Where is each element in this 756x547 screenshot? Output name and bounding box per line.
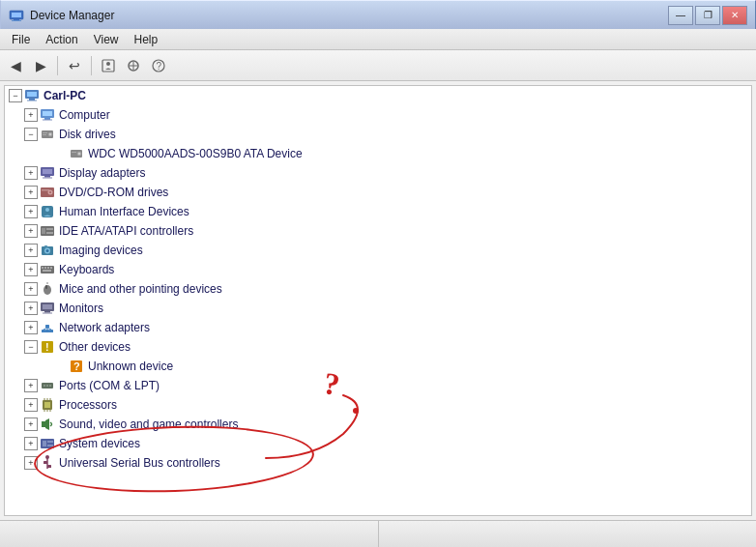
svg-rect-47 — [47, 267, 49, 269]
svg-rect-83 — [47, 441, 53, 443]
network-expand[interactable]: + — [24, 321, 38, 334]
mice-expand[interactable]: + — [24, 282, 38, 296]
back-button[interactable]: ◀ — [4, 54, 27, 77]
tree-item-usb[interactable]: + Universal Serial Bus controllers — [5, 453, 751, 473]
svg-rect-54 — [43, 304, 52, 309]
keyboards-expand[interactable]: + — [24, 263, 38, 276]
wdc-icon — [69, 146, 84, 161]
svg-rect-48 — [50, 267, 52, 269]
svg-rect-31 — [42, 189, 49, 191]
svg-rect-25 — [72, 152, 76, 153]
toolbar: ◀ ▶ ↩ ? — [0, 50, 756, 81]
tree-root[interactable]: − Carl-PC — [5, 86, 751, 105]
help-button[interactable]: ? — [147, 54, 170, 77]
tree-item-network[interactable]: + Network adapters — [5, 318, 751, 337]
svg-line-63 — [47, 328, 51, 330]
imaging-expand[interactable]: + — [24, 244, 38, 257]
unknown-icon: ? — [69, 359, 84, 374]
tree-item-computer[interactable]: + Computer — [5, 105, 751, 125]
tree-item-sound[interactable]: + Sound, video and game controllers — [5, 415, 751, 434]
system-icon — [40, 436, 55, 451]
tree-item-system[interactable]: + System devices — [5, 434, 751, 453]
svg-text:?: ? — [73, 360, 80, 372]
status-text — [6, 521, 379, 547]
ports-icon — [40, 378, 55, 393]
menu-file[interactable]: File — [4, 31, 38, 48]
minimize-button[interactable]: — — [668, 6, 693, 25]
svg-line-61 — [44, 328, 47, 330]
menu-view[interactable]: View — [86, 31, 127, 48]
tree-item-disk-drives[interactable]: − Disk drives — [5, 125, 751, 144]
scan-button[interactable] — [122, 54, 145, 77]
svg-point-86 — [45, 455, 49, 459]
network-icon — [40, 320, 55, 335]
main-area: − Carl-PC + Co — [0, 81, 756, 520]
disk-drives-expand[interactable]: − — [24, 128, 38, 141]
root-expand[interactable]: − — [9, 89, 22, 102]
unknown-placeholder — [53, 360, 67, 373]
unknown-label: Unknown device — [88, 360, 173, 373]
svg-point-35 — [45, 208, 49, 212]
tree-item-imaging[interactable]: + Imaging devices — [5, 241, 751, 260]
tree-item-dvd[interactable]: + DVD/CD-ROM drives — [5, 183, 751, 202]
other-expand[interactable]: − — [24, 340, 38, 354]
window-title: Device Manager — [30, 9, 668, 22]
svg-text:!: ! — [45, 341, 49, 353]
undo-button[interactable]: ↩ — [63, 54, 86, 77]
ports-expand[interactable]: + — [24, 379, 38, 392]
menu-help[interactable]: Help — [127, 31, 166, 48]
window-controls: — ❐ ✕ — [668, 6, 747, 25]
ide-expand[interactable]: + — [24, 224, 38, 238]
tree-item-display[interactable]: + Display adapters — [5, 163, 751, 183]
toolbar-separator-1 — [57, 56, 58, 75]
tree-item-keyboards[interactable]: + Keyboards — [5, 260, 751, 279]
tree-item-ide[interactable]: + IDE ATA/ATAPI controllers — [5, 221, 751, 241]
svg-point-70 — [46, 385, 48, 387]
wdc-label: WDC WD5000AADS-00S9B0 ATA Device — [88, 147, 303, 160]
svg-rect-12 — [27, 92, 37, 97]
tree-item-wdc[interactable]: WDC WD5000AADS-00S9B0 ATA Device — [5, 144, 751, 163]
monitors-expand[interactable]: + — [24, 302, 38, 315]
svg-rect-27 — [43, 169, 52, 174]
svg-rect-56 — [43, 313, 52, 314]
svg-rect-57 — [42, 330, 45, 332]
svg-rect-45 — [42, 267, 44, 269]
svg-rect-43 — [44, 245, 47, 247]
computer-expand[interactable]: + — [24, 108, 38, 122]
system-expand[interactable]: + — [24, 437, 38, 450]
svg-point-24 — [77, 152, 81, 156]
status-bar — [0, 520, 756, 547]
properties-button[interactable] — [97, 54, 120, 77]
svg-rect-14 — [27, 101, 37, 101]
svg-rect-51 — [45, 285, 47, 289]
tree-item-monitors[interactable]: + Monitors — [5, 299, 751, 318]
restore-button[interactable]: ❐ — [695, 6, 720, 25]
tree-item-other[interactable]: − ! Other devices — [5, 337, 751, 357]
imaging-icon — [40, 243, 55, 258]
processors-expand[interactable]: + — [24, 398, 38, 412]
tree-item-hid[interactable]: + Human Interface Devices — [5, 202, 751, 221]
svg-rect-3 — [12, 20, 21, 21]
sound-label: Sound, video and game controllers — [59, 417, 238, 431]
svg-point-20 — [48, 132, 52, 136]
tree-item-mice[interactable]: + Mice and other pointing devices — [5, 279, 751, 299]
processors-label: Processors — [59, 398, 117, 412]
tree-item-unknown[interactable]: ? Unknown device — [5, 357, 751, 376]
tree-item-processors[interactable]: + Processors — [5, 395, 751, 415]
device-tree[interactable]: − Carl-PC + Co — [4, 85, 752, 516]
svg-rect-82 — [43, 441, 46, 446]
hid-expand[interactable]: + — [24, 205, 38, 218]
svg-point-42 — [46, 249, 49, 252]
usb-expand[interactable]: + — [24, 456, 38, 470]
svg-rect-46 — [44, 267, 46, 269]
disk-drives-icon — [40, 127, 55, 142]
menu-action[interactable]: Action — [38, 31, 85, 48]
svg-rect-37 — [42, 228, 45, 234]
close-button[interactable]: ✕ — [722, 6, 747, 25]
tree-item-ports[interactable]: + Ports (COM & LPT) — [5, 376, 751, 395]
forward-button[interactable]: ▶ — [29, 54, 52, 77]
dvd-expand[interactable]: + — [24, 186, 38, 199]
display-expand[interactable]: + — [24, 166, 38, 180]
svg-point-71 — [49, 385, 51, 387]
sound-expand[interactable]: + — [24, 417, 38, 431]
